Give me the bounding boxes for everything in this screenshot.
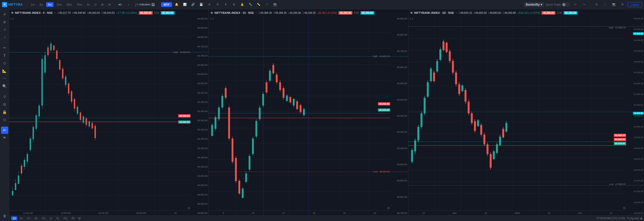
chart-expand-3[interactable]: ⊙ xyxy=(623,206,626,210)
chart2-icon[interactable]: 📊 xyxy=(181,1,188,8)
zoom-tool[interactable]: 🔍 xyxy=(1,83,8,90)
svg-rect-185 xyxy=(499,137,501,145)
svg-rect-95 xyxy=(252,139,254,154)
bt-5y[interactable]: 5y xyxy=(55,216,61,220)
ruler-tool[interactable]: 📐 xyxy=(1,67,8,74)
left-sidebar: ✛ ⊕ ↗ ↗ ✏ T ⊙ 📐 〰 🔍 ⚲ ⊞ 🔒 ⊡ ✏ ⚑ 🗑 xyxy=(0,9,9,221)
pen-tool[interactable]: ✏ xyxy=(1,44,8,51)
h1: H49,348.90 xyxy=(72,12,86,14)
c1: C49,334.55 xyxy=(101,12,115,14)
chart-title-1: NIFTYBANK-INDEX · 5 · NSE xyxy=(15,11,53,14)
ta3-0: 13 xyxy=(422,212,425,214)
svg-rect-6 xyxy=(152,3,153,5)
download-icon[interactable]: ⬇ xyxy=(222,1,229,8)
bt-all[interactable]: All xyxy=(70,216,76,220)
chart-body-3[interactable]: High 53,888.30 Low 47,898.30 xyxy=(408,16,644,215)
tf-30m[interactable]: 30m xyxy=(65,2,74,7)
svg-rect-117 xyxy=(290,97,291,102)
arrow-tool[interactable]: ↗ xyxy=(1,26,8,33)
pa3-0: 55,000.00 xyxy=(627,17,643,20)
ta3-4: 13 xyxy=(548,212,550,214)
save-icon[interactable]: 💾 xyxy=(198,1,205,8)
trend-tool[interactable]: ↗ xyxy=(1,34,8,41)
pa1-15: 49,150.00 xyxy=(192,156,207,159)
tf-3m[interactable]: 3m xyxy=(38,2,45,7)
tf-1h[interactable]: 1h xyxy=(85,2,91,7)
tools-icon[interactable]: 🔧 xyxy=(247,1,254,8)
quick-trade-toggle[interactable] xyxy=(562,3,570,7)
snapshot-btn[interactable]: 📸 xyxy=(610,1,617,8)
pa1-20: 48,900.00 xyxy=(192,203,207,205)
wave-tool[interactable]: 〰 xyxy=(1,75,8,82)
chart-expand-1[interactable]: ⊙ xyxy=(187,206,190,210)
pa3-5: 52,500.00 xyxy=(627,71,643,74)
svg-rect-57 xyxy=(80,113,81,120)
bt-5d[interactable]: 5d xyxy=(18,216,24,220)
svg-rect-17 xyxy=(21,166,22,173)
chart-dot-2b xyxy=(256,12,257,14)
magnet-tool[interactable]: ⚲ xyxy=(1,93,8,100)
separator-2 xyxy=(114,2,115,7)
bt-6m[interactable]: 6m xyxy=(40,216,47,220)
bt-1d[interactable]: 1d xyxy=(11,216,17,220)
tf-5m[interactable]: 5m xyxy=(46,2,54,7)
bt-10y[interactable]: 10y xyxy=(62,216,69,220)
tf-W[interactable]: W xyxy=(99,2,105,7)
chart-body-1[interactable]: High 49,650.60 xyxy=(9,16,208,215)
text-tool[interactable]: T xyxy=(1,52,8,59)
lock-icon[interactable]: 🔒 xyxy=(239,1,246,8)
main-content: ✛ ⊕ ↗ ↗ ✏ T ⊙ 📐 〰 🔍 ⚲ ⊞ 🔒 ⊡ ✏ ⚑ 🗑 NIFTYB… xyxy=(0,9,644,221)
logout-button[interactable]: Logout xyxy=(628,2,642,7)
bt-3m[interactable]: 3m xyxy=(33,216,39,220)
chart-expand-2[interactable]: ⊙ xyxy=(387,206,390,210)
templates-btn[interactable] xyxy=(150,1,157,8)
lock-tool[interactable]: 🔒 xyxy=(1,108,8,116)
ellipse-tool[interactable]: ⊙ xyxy=(1,60,8,67)
pa3-2: 54,000.00 xyxy=(627,39,643,41)
tf-D[interactable]: D xyxy=(93,2,98,7)
compare-btn[interactable]: + xyxy=(125,1,132,8)
cross-tool[interactable]: ⊕ xyxy=(1,18,8,26)
anchor-tool[interactable]: ⊡ xyxy=(1,116,8,123)
settings-btn[interactable]: ⚙ xyxy=(619,1,626,8)
chart-type-btn[interactable] xyxy=(117,1,124,8)
mtf-button[interactable]: MTF xyxy=(161,2,172,7)
svg-rect-157 xyxy=(455,73,457,84)
svg-rect-63 xyxy=(89,121,90,127)
undo-btn[interactable]: ↩ xyxy=(572,1,579,8)
tf-15m[interactable]: 15m xyxy=(55,2,64,7)
share-icon[interactable]: ↗ xyxy=(263,1,270,8)
chart-fit-btn[interactable]: ⊞ xyxy=(77,216,82,221)
chart-title-2: NIFTYBANK-INDEX · 15 · NSE xyxy=(214,11,254,14)
pa2-9: 49,000.00 xyxy=(391,163,407,166)
filter-icon[interactable]: ⚙ xyxy=(214,1,221,8)
redo-btn[interactable]: ↪ xyxy=(580,1,587,8)
trash-tool[interactable]: 🗑 xyxy=(1,212,8,219)
tf-75m[interactable]: 75m xyxy=(75,2,84,7)
o3: O48,834.15 xyxy=(459,12,472,14)
quick-trade-area: Quick Trade xyxy=(546,3,570,7)
bt-1m[interactable]: 1m xyxy=(25,216,32,220)
grid-icon[interactable]: ⊞ xyxy=(230,1,238,8)
measure-icon[interactable]: 📏 xyxy=(255,1,262,8)
pa1-13: 49,250.00 xyxy=(192,138,207,140)
chart-body-2[interactable]: High 49,650.60 Low 48,309.50 xyxy=(209,16,408,215)
chart-dot-2 xyxy=(211,12,213,14)
tf-M[interactable]: M xyxy=(107,2,112,7)
indicators-btn[interactable]: Indicators xyxy=(141,1,149,8)
chart-badge2-3: 49,350.80 xyxy=(564,11,578,15)
bt-1y[interactable]: 1y xyxy=(48,216,54,220)
eye-icon[interactable]: 👁 xyxy=(206,1,213,8)
tf-1m[interactable]: 1m xyxy=(29,2,36,7)
link-icon[interactable]: 🔗 xyxy=(189,1,197,8)
cursor-tool[interactable]: ✛ xyxy=(1,11,8,18)
fullscreen-btn[interactable]: ⛶ xyxy=(601,1,609,8)
draw-tool-active[interactable]: ✏ xyxy=(1,127,8,134)
symbol-selector[interactable]: Banknifty ▾ xyxy=(524,2,544,7)
flag-tool[interactable]: ⚑ xyxy=(1,134,8,141)
alert-icon[interactable]: 🔔 xyxy=(173,1,180,8)
grid-tool[interactable]: ⊞ xyxy=(1,101,8,108)
cam-icon[interactable]: 📷 xyxy=(271,1,279,8)
layout-btn[interactable]: ⊟ xyxy=(593,1,600,8)
svg-rect-131 xyxy=(414,140,416,151)
